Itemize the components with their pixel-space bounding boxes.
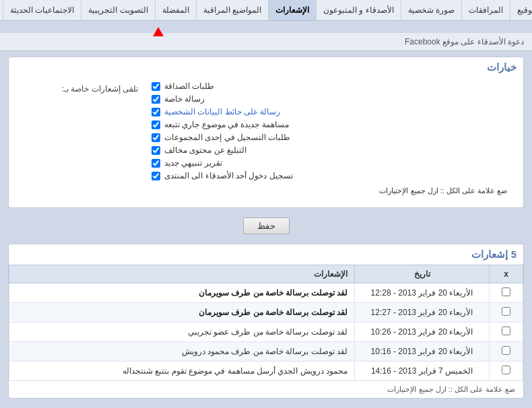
notifications-section: 5 إشعارات x تاريخ الإشعارات الأربعاء 20 … (8, 244, 524, 399)
row-checkbox-0[interactable] (502, 287, 510, 296)
table-cell-date-3: الأربعاء 20 فراير 2013 - 10:16 (355, 342, 490, 362)
nav-item-notifications[interactable]: الإشعارات (268, 0, 316, 20)
arrow-up-icon (153, 27, 164, 36)
checkbox-8[interactable] (152, 172, 160, 180)
table-cell-notif-3: لقد توصلت برسالة خاصة من طرف محمود درويش (9, 342, 355, 362)
checkbox-row-2: رسالة خاصة (152, 94, 515, 104)
main-content: خيارات طلبات الصداقة رسالة خاصة رسالة عل… (0, 51, 532, 408)
checkbox-label-6: التبليغ عن محتوى مخالف (164, 145, 246, 155)
checkbox-5[interactable] (152, 133, 160, 142)
checkbox-6[interactable] (152, 146, 160, 155)
checkbox-row-4: مساهمة جديدة في موضوع جاري تتبعه (152, 120, 515, 129)
checkboxes-container: طلبات الصداقة رسالة خاصة رسالة على حائط … (152, 81, 515, 201)
checkbox-row-8: تسجيل دخول أحد الأصدقاء الى المنتدى (152, 171, 515, 180)
khyarat-body: طلبات الصداقة رسالة خاصة رسالة على حائط … (9, 75, 523, 207)
table-cell-date-1: الأربعاء 20 فراير 2013 - 12:27 (355, 303, 490, 322)
bottom-select-all-row: ضع علامة على الكل :: ازل جميع الإختيارات (9, 381, 523, 398)
table-row: الأربعاء 20 فراير 2013 - 12:27لقد توصلت … (9, 303, 523, 322)
checkbox-label-5: طلبات التسجيل في إحدى المجموعات (164, 133, 290, 142)
col-header-date: تاريخ (355, 265, 490, 283)
table-row: الأربعاء 20 فراير 2013 - 12:28لقد توصلت … (9, 283, 523, 303)
top-navigation: الاجتماعيات الحديثة التصويت التجريبية ال… (0, 0, 532, 21)
nav-item-voting[interactable]: التصويت التجريبية (81, 0, 154, 20)
bottom-select-all-link[interactable]: ضع علامة على الكل (455, 385, 515, 393)
checkbox-label-8: تسجيل دخول أحد الأصدقاء الى المنتدى (164, 171, 293, 180)
table-row: الخميس 7 فراير 2013 - 14:16محمود درويش ا… (9, 362, 523, 381)
table-cell-date-0: الأربعاء 20 فراير 2013 - 12:28 (355, 283, 490, 303)
nav-item-watched[interactable]: المواضيع المراقبة (196, 0, 268, 20)
col-header-notif: الإشعارات (9, 265, 355, 283)
notifications-table: x تاريخ الإشعارات الأربعاء 20 فراير 2013… (9, 265, 523, 381)
table-cell-checkbox-0 (490, 283, 523, 303)
checkbox-3[interactable] (152, 108, 160, 116)
table-row: الأربعاء 20 فراير 2013 - 10:26لقد توصلت … (9, 322, 523, 342)
table-cell-checkbox-2 (490, 322, 523, 342)
nav-item-favorites[interactable]: المفضلة (155, 0, 196, 20)
checkbox-row-3: رسالة على حائط البيانات الشخصية (152, 107, 515, 116)
checkbox-label-7: تقرير تنبيهي جديد (164, 158, 222, 168)
remove-all-link[interactable]: ازل جميع الإختيارات (379, 186, 438, 195)
table-row: الأربعاء 20 فراير 2013 - 10:16لقد توصلت … (9, 342, 523, 362)
table-cell-checkbox-1 (490, 303, 523, 322)
nav-item-avatar[interactable]: صورة شخصية (401, 0, 461, 20)
bottom-remove-all-link[interactable]: ازل جميع الإختيارات (387, 385, 446, 393)
khyarat-title: خيارات (9, 57, 523, 75)
bottom-separator: :: (446, 385, 453, 393)
table-cell-checkbox-4 (490, 362, 523, 381)
table-cell-date-4: الخميس 7 فراير 2013 - 14:16 (355, 362, 490, 381)
khyarat-section: خيارات طلبات الصداقة رسالة خاصة رسالة عل… (8, 57, 524, 208)
row-checkbox-2[interactable] (502, 327, 510, 335)
select-all-row: ضع علامة على الكل :: ازل جميع الإختيارات (152, 184, 515, 201)
save-button-container: حفظ (8, 217, 524, 234)
checkbox-1[interactable] (152, 82, 160, 91)
nav-item-companions[interactable]: المرافقات (461, 0, 510, 20)
checkbox-row-7: تقرير تنبيهي جديد (152, 158, 515, 168)
row-checkbox-3[interactable] (502, 346, 510, 355)
nav-item-signature[interactable]: التوقيع (510, 0, 532, 20)
checkbox-label-1: طلبات الصداقة (164, 81, 214, 91)
select-all-link[interactable]: ضع علامة على الكل (446, 186, 507, 195)
checkbox-label-2: رسالة خاصة (164, 94, 205, 104)
nav-item-social[interactable]: الاجتماعيات الحديثة (3, 0, 81, 20)
checkbox-row-5: طلبات التسجيل في إحدى المجموعات (152, 133, 515, 142)
wall-data-link[interactable]: رسالة على حائط البيانات الشخصية (164, 107, 280, 116)
table-cell-notif-4: محمود درويش الجدي أرسل مساهمة في موضوع ت… (9, 362, 355, 381)
row-checkbox-1[interactable] (502, 307, 510, 316)
nav-item-friends[interactable]: الأصدقاء و المتبوعون (316, 0, 401, 20)
notifications-title: 5 إشعارات (9, 244, 523, 265)
checkbox-7[interactable] (152, 159, 160, 168)
table-cell-notif-2: لقد توصلت برسالة خاصة من طرف عضو تجريبي (9, 322, 355, 342)
checkbox-label-4: مساهمة جديدة في موضوع جاري تتبعه (164, 120, 289, 129)
notifications-table-container: x تاريخ الإشعارات الأربعاء 20 فراير 2013… (9, 265, 523, 381)
checkbox-4[interactable] (152, 121, 160, 129)
row-checkbox-4[interactable] (502, 366, 510, 374)
checkbox-row-1: طلبات الصداقة (152, 81, 515, 91)
receive-label: تلقى إشعارات خاصة بـ: (62, 84, 138, 94)
receive-label-container: تلقى إشعارات خاصة بـ: (17, 81, 138, 94)
table-cell-checkbox-3 (490, 342, 523, 362)
checkbox-2[interactable] (152, 95, 160, 104)
notif-text-1: لقد توصلت برسالة خاصة من طرف سويرمان (199, 308, 347, 317)
save-button[interactable]: حفظ (243, 217, 290, 234)
breadcrumb: دعوة الأصدقاء على موقع Facebook (0, 33, 532, 51)
table-cell-notif-1: لقد توصلت برسالة خاصة من طرف سويرمان (9, 303, 355, 322)
checkbox-row-6: التبليغ عن محتوى مخالف (152, 145, 515, 155)
col-header-x: x (490, 265, 523, 283)
notif-text-0: لقد توصلت برسالة خاصة من طرف سويرمان (199, 288, 347, 298)
table-cell-notif-0: لقد توصلت برسالة خاصة من طرف سويرمان (9, 283, 355, 303)
separator-text: :: (438, 186, 444, 195)
active-tab-arrow (0, 21, 532, 33)
table-cell-date-2: الأربعاء 20 فراير 2013 - 10:26 (355, 322, 490, 342)
